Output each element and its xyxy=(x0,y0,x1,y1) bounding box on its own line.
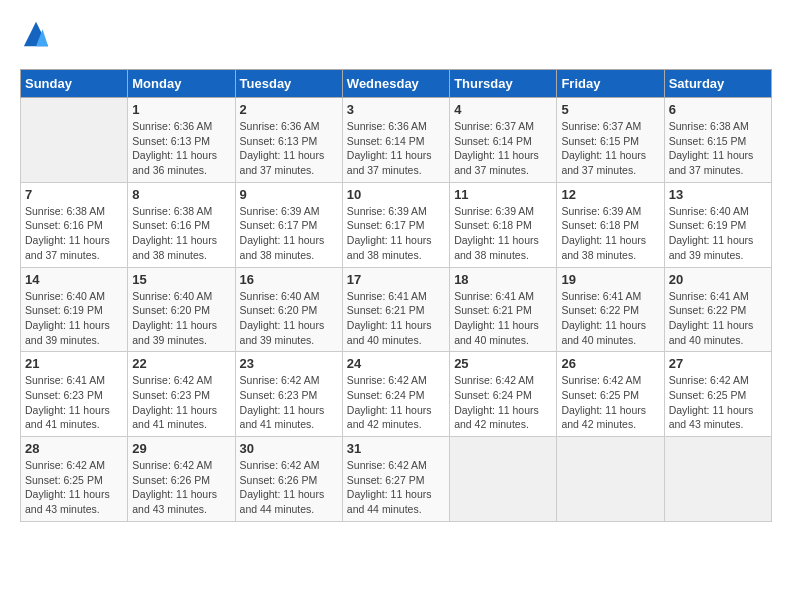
calendar-cell: 2 Sunrise: 6:36 AMSunset: 6:13 PMDayligh… xyxy=(235,98,342,183)
page-header xyxy=(20,20,772,53)
day-number: 23 xyxy=(240,356,338,371)
calendar-cell: 12 Sunrise: 6:39 AMSunset: 6:18 PMDaylig… xyxy=(557,182,664,267)
day-number: 24 xyxy=(347,356,445,371)
column-header-sunday: Sunday xyxy=(21,70,128,98)
calendar-cell: 24 Sunrise: 6:42 AMSunset: 6:24 PMDaylig… xyxy=(342,352,449,437)
calendar-cell: 15 Sunrise: 6:40 AMSunset: 6:20 PMDaylig… xyxy=(128,267,235,352)
calendar-cell: 31 Sunrise: 6:42 AMSunset: 6:27 PMDaylig… xyxy=(342,437,449,522)
day-number: 31 xyxy=(347,441,445,456)
day-number: 22 xyxy=(132,356,230,371)
day-detail: Sunrise: 6:41 AMSunset: 6:21 PMDaylight:… xyxy=(347,290,432,346)
calendar-cell: 16 Sunrise: 6:40 AMSunset: 6:20 PMDaylig… xyxy=(235,267,342,352)
calendar-cell: 5 Sunrise: 6:37 AMSunset: 6:15 PMDayligh… xyxy=(557,98,664,183)
day-detail: Sunrise: 6:39 AMSunset: 6:18 PMDaylight:… xyxy=(454,205,539,261)
calendar-cell: 18 Sunrise: 6:41 AMSunset: 6:21 PMDaylig… xyxy=(450,267,557,352)
calendar-cell: 22 Sunrise: 6:42 AMSunset: 6:23 PMDaylig… xyxy=(128,352,235,437)
day-detail: Sunrise: 6:36 AMSunset: 6:13 PMDaylight:… xyxy=(240,120,325,176)
day-number: 13 xyxy=(669,187,767,202)
day-number: 11 xyxy=(454,187,552,202)
week-row-2: 7 Sunrise: 6:38 AMSunset: 6:16 PMDayligh… xyxy=(21,182,772,267)
calendar-cell xyxy=(21,98,128,183)
calendar-cell: 11 Sunrise: 6:39 AMSunset: 6:18 PMDaylig… xyxy=(450,182,557,267)
day-detail: Sunrise: 6:38 AMSunset: 6:16 PMDaylight:… xyxy=(132,205,217,261)
day-number: 14 xyxy=(25,272,123,287)
day-number: 2 xyxy=(240,102,338,117)
day-number: 10 xyxy=(347,187,445,202)
day-number: 7 xyxy=(25,187,123,202)
day-number: 15 xyxy=(132,272,230,287)
day-detail: Sunrise: 6:42 AMSunset: 6:27 PMDaylight:… xyxy=(347,459,432,515)
day-number: 12 xyxy=(561,187,659,202)
calendar-header-row: SundayMondayTuesdayWednesdayThursdayFrid… xyxy=(21,70,772,98)
day-detail: Sunrise: 6:36 AMSunset: 6:13 PMDaylight:… xyxy=(132,120,217,176)
day-detail: Sunrise: 6:39 AMSunset: 6:17 PMDaylight:… xyxy=(347,205,432,261)
calendar-cell xyxy=(450,437,557,522)
calendar-cell: 4 Sunrise: 6:37 AMSunset: 6:14 PMDayligh… xyxy=(450,98,557,183)
day-detail: Sunrise: 6:42 AMSunset: 6:25 PMDaylight:… xyxy=(561,374,646,430)
calendar-table: SundayMondayTuesdayWednesdayThursdayFrid… xyxy=(20,69,772,522)
day-number: 28 xyxy=(25,441,123,456)
calendar-cell: 19 Sunrise: 6:41 AMSunset: 6:22 PMDaylig… xyxy=(557,267,664,352)
day-detail: Sunrise: 6:37 AMSunset: 6:15 PMDaylight:… xyxy=(561,120,646,176)
day-detail: Sunrise: 6:40 AMSunset: 6:19 PMDaylight:… xyxy=(669,205,754,261)
day-number: 19 xyxy=(561,272,659,287)
day-number: 25 xyxy=(454,356,552,371)
day-number: 16 xyxy=(240,272,338,287)
calendar-cell: 27 Sunrise: 6:42 AMSunset: 6:25 PMDaylig… xyxy=(664,352,771,437)
calendar-cell: 28 Sunrise: 6:42 AMSunset: 6:25 PMDaylig… xyxy=(21,437,128,522)
day-number: 21 xyxy=(25,356,123,371)
calendar-cell: 6 Sunrise: 6:38 AMSunset: 6:15 PMDayligh… xyxy=(664,98,771,183)
day-detail: Sunrise: 6:39 AMSunset: 6:17 PMDaylight:… xyxy=(240,205,325,261)
day-detail: Sunrise: 6:42 AMSunset: 6:24 PMDaylight:… xyxy=(454,374,539,430)
calendar-cell: 7 Sunrise: 6:38 AMSunset: 6:16 PMDayligh… xyxy=(21,182,128,267)
day-detail: Sunrise: 6:40 AMSunset: 6:20 PMDaylight:… xyxy=(240,290,325,346)
day-detail: Sunrise: 6:42 AMSunset: 6:25 PMDaylight:… xyxy=(669,374,754,430)
day-number: 6 xyxy=(669,102,767,117)
logo-icon xyxy=(22,20,50,48)
calendar-cell xyxy=(664,437,771,522)
day-number: 5 xyxy=(561,102,659,117)
day-detail: Sunrise: 6:40 AMSunset: 6:20 PMDaylight:… xyxy=(132,290,217,346)
calendar-cell: 25 Sunrise: 6:42 AMSunset: 6:24 PMDaylig… xyxy=(450,352,557,437)
day-detail: Sunrise: 6:41 AMSunset: 6:22 PMDaylight:… xyxy=(669,290,754,346)
day-detail: Sunrise: 6:39 AMSunset: 6:18 PMDaylight:… xyxy=(561,205,646,261)
day-detail: Sunrise: 6:41 AMSunset: 6:23 PMDaylight:… xyxy=(25,374,110,430)
calendar-cell: 8 Sunrise: 6:38 AMSunset: 6:16 PMDayligh… xyxy=(128,182,235,267)
day-number: 9 xyxy=(240,187,338,202)
week-row-3: 14 Sunrise: 6:40 AMSunset: 6:19 PMDaylig… xyxy=(21,267,772,352)
calendar-body: 1 Sunrise: 6:36 AMSunset: 6:13 PMDayligh… xyxy=(21,98,772,522)
calendar-cell: 1 Sunrise: 6:36 AMSunset: 6:13 PMDayligh… xyxy=(128,98,235,183)
logo xyxy=(20,20,50,53)
day-detail: Sunrise: 6:41 AMSunset: 6:21 PMDaylight:… xyxy=(454,290,539,346)
day-number: 3 xyxy=(347,102,445,117)
day-detail: Sunrise: 6:42 AMSunset: 6:26 PMDaylight:… xyxy=(240,459,325,515)
calendar-cell: 30 Sunrise: 6:42 AMSunset: 6:26 PMDaylig… xyxy=(235,437,342,522)
day-number: 18 xyxy=(454,272,552,287)
day-number: 26 xyxy=(561,356,659,371)
day-detail: Sunrise: 6:42 AMSunset: 6:25 PMDaylight:… xyxy=(25,459,110,515)
week-row-5: 28 Sunrise: 6:42 AMSunset: 6:25 PMDaylig… xyxy=(21,437,772,522)
column-header-tuesday: Tuesday xyxy=(235,70,342,98)
calendar-cell: 9 Sunrise: 6:39 AMSunset: 6:17 PMDayligh… xyxy=(235,182,342,267)
column-header-thursday: Thursday xyxy=(450,70,557,98)
logo-text xyxy=(20,20,50,53)
calendar-cell: 20 Sunrise: 6:41 AMSunset: 6:22 PMDaylig… xyxy=(664,267,771,352)
day-number: 27 xyxy=(669,356,767,371)
day-detail: Sunrise: 6:36 AMSunset: 6:14 PMDaylight:… xyxy=(347,120,432,176)
calendar-cell: 21 Sunrise: 6:41 AMSunset: 6:23 PMDaylig… xyxy=(21,352,128,437)
calendar-cell: 13 Sunrise: 6:40 AMSunset: 6:19 PMDaylig… xyxy=(664,182,771,267)
day-detail: Sunrise: 6:41 AMSunset: 6:22 PMDaylight:… xyxy=(561,290,646,346)
day-number: 17 xyxy=(347,272,445,287)
week-row-1: 1 Sunrise: 6:36 AMSunset: 6:13 PMDayligh… xyxy=(21,98,772,183)
day-number: 29 xyxy=(132,441,230,456)
day-number: 20 xyxy=(669,272,767,287)
calendar-cell: 14 Sunrise: 6:40 AMSunset: 6:19 PMDaylig… xyxy=(21,267,128,352)
column-header-wednesday: Wednesday xyxy=(342,70,449,98)
column-header-friday: Friday xyxy=(557,70,664,98)
column-header-monday: Monday xyxy=(128,70,235,98)
column-header-saturday: Saturday xyxy=(664,70,771,98)
day-detail: Sunrise: 6:42 AMSunset: 6:26 PMDaylight:… xyxy=(132,459,217,515)
day-detail: Sunrise: 6:38 AMSunset: 6:15 PMDaylight:… xyxy=(669,120,754,176)
calendar-cell: 29 Sunrise: 6:42 AMSunset: 6:26 PMDaylig… xyxy=(128,437,235,522)
day-number: 1 xyxy=(132,102,230,117)
